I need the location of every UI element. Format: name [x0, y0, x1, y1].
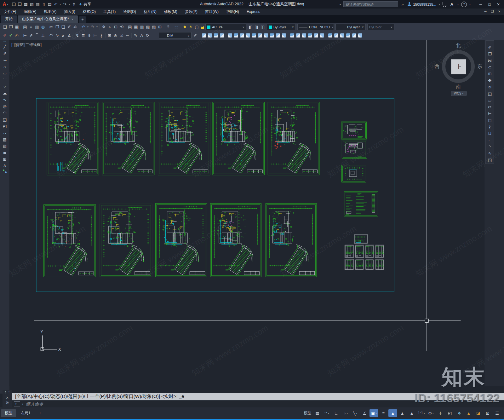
search-input[interactable] — [343, 1, 398, 7]
customization-menu-icon[interactable]: ☰ — [493, 409, 501, 417]
move-icon[interactable] — [208, 33, 212, 37]
grid-display-icon[interactable]: ▦ — [313, 409, 322, 417]
chamfer-icon[interactable] — [282, 33, 286, 37]
doc-restore-button[interactable]: ❐ — [489, 9, 496, 14]
help-icon[interactable]: ? — [461, 2, 467, 7]
help-menu-arrow-icon[interactable]: ▾ — [468, 1, 472, 8]
toolbar-grip[interactable]: ⋯ — [3, 40, 6, 43]
viewcube-top-face[interactable]: 上 — [451, 59, 466, 74]
open-file-icon[interactable]: ❒ — [8, 24, 14, 30]
revcloud-tool-icon[interactable]: ☁ — [1, 90, 9, 96]
command-icon[interactable]: ▸_ — [14, 401, 20, 406]
layer-freeze-icon[interactable]: ▢ — [194, 24, 200, 30]
plan-3f-duct[interactable] — [210, 204, 261, 277]
align-icon[interactable] — [308, 33, 312, 37]
undo-icon[interactable]: ↶ — [80, 24, 86, 30]
menu-item-视图[interactable]: 视图(V) — [40, 9, 60, 15]
group-icon[interactable] — [358, 33, 362, 37]
stretch-icon[interactable] — [252, 33, 256, 37]
make-block-icon[interactable]: ◰ — [1, 123, 9, 129]
menu-item-编辑[interactable]: 编辑(E) — [20, 9, 40, 15]
arc-tool-icon[interactable]: ⌒ — [1, 77, 9, 83]
search-icon[interactable]: ⌕ — [400, 1, 406, 8]
help-icon[interactable]: ? — [165, 24, 171, 30]
dim-update-icon[interactable]: ⟳ — [145, 32, 151, 39]
menu-item-标注[interactable]: 标注(N) — [140, 9, 160, 15]
line-tool-icon[interactable]: ╱ — [1, 43, 9, 50]
dim-center-mark-icon[interactable]: ⊙ — [112, 32, 118, 39]
markup-icon[interactable]: ▨ — [151, 24, 157, 30]
hardware-warning-icon[interactable]: ▲ — [464, 409, 473, 417]
layout-tab-add[interactable]: + — [35, 409, 45, 417]
move-tool-icon[interactable]: ✥ — [486, 77, 494, 84]
annotation-objects-icon[interactable]: ▲ — [407, 409, 416, 417]
divide-icon[interactable] — [334, 33, 338, 37]
plan-1f-hvac[interactable] — [102, 102, 154, 175]
circle-tool-icon[interactable]: ○ — [1, 83, 9, 90]
tab-add-button[interactable]: + — [79, 16, 86, 23]
menu-item-绘图[interactable]: 绘图(D) — [119, 9, 140, 15]
properties-icon[interactable]: ▤ — [127, 24, 133, 30]
drawing-viewport[interactable]: YX — [0, 40, 504, 393]
layer-bulb-icon[interactable]: ✸ — [182, 24, 188, 30]
isometric-drafting-icon[interactable]: ╲▾ — [351, 409, 359, 417]
detail-section-2[interactable] — [342, 140, 367, 158]
layer-previous-icon[interactable]: ◨ — [254, 24, 260, 30]
redo-icon[interactable]: ↷ — [89, 24, 95, 30]
object-snap-icon[interactable]: ▣▾ — [369, 409, 378, 417]
dim-baseline-icon[interactable]: ≣ — [80, 32, 86, 39]
layer-sun-icon[interactable]: ☀ — [188, 24, 194, 30]
dim-restore-icon[interactable]: ✍ — [14, 32, 20, 39]
layer-lock-icon[interactable] — [201, 27, 204, 29]
redo-icon-arrow[interactable]: ▾ — [68, 1, 71, 8]
tab-document[interactable]: 山东某广电中心通风空调图* × — [18, 15, 78, 23]
erase-tool-icon[interactable]: ✐ — [486, 44, 494, 51]
layout-tab-model[interactable]: 模型 — [1, 409, 16, 417]
pan-icon[interactable]: ✥ — [101, 24, 107, 30]
calculator-icon[interactable]: ⊞ — [157, 24, 163, 30]
workspace-switching-icon[interactable]: ⚙▾ — [427, 409, 435, 417]
construction-line-icon[interactable]: ⇗ — [1, 50, 9, 57]
maximize-button[interactable]: □ — [485, 0, 494, 9]
tab-close-icon[interactable]: × — [72, 17, 73, 21]
copy-icon[interactable] — [214, 33, 218, 37]
undo-icon-arrow[interactable]: ▾ — [86, 24, 89, 30]
viewport-controls[interactable]: [-][俯视][二维线框] — [11, 42, 42, 48]
model-space-toggle[interactable]: 模型 — [303, 409, 312, 417]
dim-style-combo[interactable]: DIM ∨ — [159, 32, 192, 39]
isolate-objects-icon[interactable]: ◱ — [445, 409, 454, 417]
annotation-autoscale-icon[interactable]: ▲ — [398, 409, 407, 417]
mirror-tool-icon[interactable]: ⋈ — [486, 57, 494, 64]
zoom-previous-icon[interactable]: ⟲ — [119, 24, 125, 30]
trusted-file-warning-icon[interactable]: ◪ — [474, 409, 483, 417]
dim-style-icon[interactable]: ✐ — [192, 32, 198, 39]
offset-icon[interactable] — [202, 33, 206, 37]
break-at-point-icon[interactable]: ◻ — [486, 117, 494, 124]
schedule-3[interactable] — [365, 245, 374, 257]
close-button[interactable]: ✕ — [494, 0, 503, 9]
undo-icon[interactable]: ↶ — [53, 1, 59, 8]
point-tool-icon[interactable]: ∴ — [1, 129, 9, 136]
scale-tool-icon[interactable]: ◱ — [486, 90, 494, 97]
trim-tool-icon[interactable]: ✂ — [486, 104, 494, 110]
pedit-icon[interactable] — [314, 33, 318, 37]
app-menu-arrow-icon[interactable]: ▾ — [456, 1, 460, 8]
extend-tool-icon[interactable]: ⊢ — [486, 110, 494, 117]
join-tool-icon[interactable]: ⊔ — [486, 130, 494, 137]
layers-panel-icon[interactable]: ▦ — [133, 24, 139, 30]
dim-arc-length-icon[interactable]: ⌒ — [34, 32, 40, 39]
rectangle-tool-icon[interactable]: ▭ — [1, 70, 9, 77]
undo-icon-arrow[interactable]: ▾ — [59, 1, 62, 8]
plan-1f-duct[interactable] — [100, 204, 152, 277]
boundary-icon[interactable] — [352, 33, 356, 37]
layout-tab-layout1[interactable]: 布局1 — [17, 409, 34, 417]
redo-icon-arrow[interactable]: ▾ — [95, 24, 99, 30]
command-grip-icon[interactable]: ⋮⋮ — [4, 391, 11, 395]
save-icon[interactable]: ▦ — [14, 24, 20, 30]
schedule-wide[interactable] — [354, 234, 367, 244]
chamfer-tool-icon[interactable]: ⌐ — [486, 137, 494, 143]
menu-item-工具[interactable]: 工具(T) — [100, 9, 119, 15]
match-properties-icon[interactable]: ✐ — [66, 24, 72, 30]
export-icon[interactable]: ▥ — [35, 1, 41, 8]
mobile-share-icon[interactable]: ▯ — [41, 1, 47, 8]
